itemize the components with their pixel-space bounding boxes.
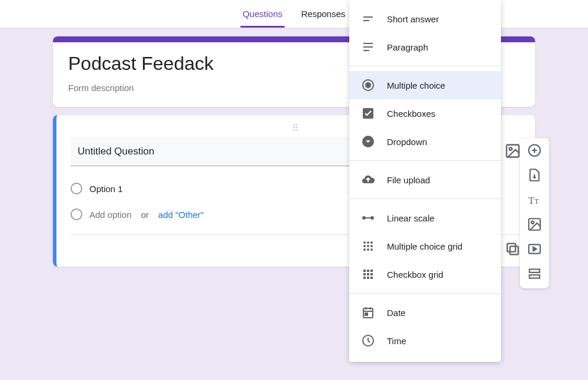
square-grid-icon (361, 267, 375, 281)
svg-rect-39 (365, 313, 368, 315)
dropdown-icon (361, 134, 375, 149)
type-paragraph[interactable]: Paragraph (349, 33, 501, 61)
svg-point-20 (363, 245, 366, 247)
svg-rect-31 (370, 273, 373, 275)
radio-icon (71, 183, 82, 194)
svg-rect-30 (367, 273, 369, 275)
type-dropdown[interactable]: Dropdown (349, 127, 501, 156)
svg-point-25 (370, 248, 373, 251)
copy-icon (505, 241, 521, 260)
type-label: Multiple choice (387, 80, 445, 90)
type-date[interactable]: Date (349, 298, 501, 327)
svg-point-21 (367, 245, 369, 247)
type-time[interactable]: Time (349, 327, 501, 355)
tabs: Questions Responses (240, 9, 348, 28)
cloud-upload-icon (361, 173, 375, 187)
svg-point-23 (363, 248, 366, 251)
svg-point-24 (367, 248, 369, 251)
or-text: or (141, 210, 149, 220)
type-label: Linear scale (387, 213, 435, 223)
svg-rect-34 (370, 277, 373, 279)
radio-selected-icon (361, 78, 375, 92)
image-icon (527, 217, 542, 234)
type-checkbox-grid[interactable]: Checkbox grid (349, 260, 501, 288)
type-label: Multiple choice grid (387, 241, 462, 251)
add-image-button[interactable] (527, 218, 542, 233)
svg-point-47 (532, 221, 534, 224)
side-toolbar: TT (520, 138, 549, 288)
svg-point-18 (367, 241, 369, 244)
add-video-button[interactable] (527, 243, 542, 258)
add-title-button[interactable]: TT (527, 193, 542, 209)
option-label[interactable]: Option 1 (89, 184, 123, 194)
svg-point-22 (370, 245, 373, 247)
calendar-icon (361, 305, 375, 320)
linear-scale-icon (361, 211, 375, 225)
section-icon (527, 266, 542, 284)
svg-point-1 (509, 147, 512, 150)
type-label: Paragraph (387, 42, 428, 52)
svg-rect-3 (507, 244, 516, 252)
svg-point-10 (365, 82, 371, 88)
add-option-text[interactable]: Add option (89, 210, 132, 220)
clock-icon (361, 334, 375, 348)
import-icon (527, 167, 542, 185)
import-questions-button[interactable] (527, 169, 542, 184)
separator (349, 199, 501, 199)
svg-point-13 (362, 216, 366, 220)
duplicate-button[interactable] (505, 242, 521, 258)
svg-rect-32 (363, 277, 366, 279)
radio-icon (71, 209, 82, 220)
separator (349, 66, 501, 66)
title-icon: TT (527, 192, 542, 210)
type-linear-scale[interactable]: Linear scale (349, 204, 501, 232)
svg-point-17 (363, 241, 366, 244)
svg-text:T: T (528, 195, 534, 206)
type-checkboxes[interactable]: Checkboxes (349, 99, 501, 127)
svg-rect-26 (363, 270, 366, 272)
type-label: Checkbox grid (387, 270, 443, 280)
video-icon (527, 241, 542, 259)
separator (349, 160, 501, 161)
dot-grid-icon (361, 239, 375, 253)
type-label: Time (387, 336, 406, 346)
add-image-button[interactable] (505, 144, 521, 160)
paragraph-icon (361, 40, 375, 54)
type-multiple-choice[interactable]: Multiple choice (349, 71, 501, 99)
svg-rect-16 (368, 217, 370, 218)
svg-text:T: T (534, 197, 539, 206)
svg-rect-27 (367, 270, 369, 272)
type-label: Checkboxes (387, 109, 436, 119)
svg-rect-33 (367, 277, 369, 279)
type-multiple-choice-grid[interactable]: Multiple choice grid (349, 232, 501, 260)
type-label: Date (387, 308, 406, 318)
tab-questions[interactable]: Questions (240, 9, 285, 28)
type-label: Dropdown (387, 137, 427, 147)
separator (349, 293, 501, 294)
tab-responses[interactable]: Responses (299, 9, 348, 28)
svg-point-19 (370, 241, 373, 244)
svg-rect-50 (529, 275, 539, 278)
type-label: File upload (387, 175, 430, 185)
image-icon (505, 143, 521, 162)
svg-rect-49 (529, 269, 539, 272)
svg-point-15 (370, 216, 374, 220)
plus-circle-icon (527, 143, 542, 160)
type-label: Short answer (387, 14, 439, 24)
checkbox-icon (361, 106, 375, 120)
svg-rect-2 (510, 246, 518, 254)
short-answer-icon (361, 12, 375, 26)
add-other-link[interactable]: add "Other" (158, 210, 203, 220)
add-question-button[interactable] (527, 144, 542, 159)
svg-rect-29 (363, 273, 366, 275)
svg-rect-28 (370, 270, 373, 272)
question-type-dropdown[interactable]: Short answer Paragraph Multiple choice C… (349, 0, 501, 362)
add-section-button[interactable] (527, 267, 542, 283)
type-short-answer[interactable]: Short answer (349, 5, 501, 33)
type-file-upload[interactable]: File upload (349, 166, 501, 194)
